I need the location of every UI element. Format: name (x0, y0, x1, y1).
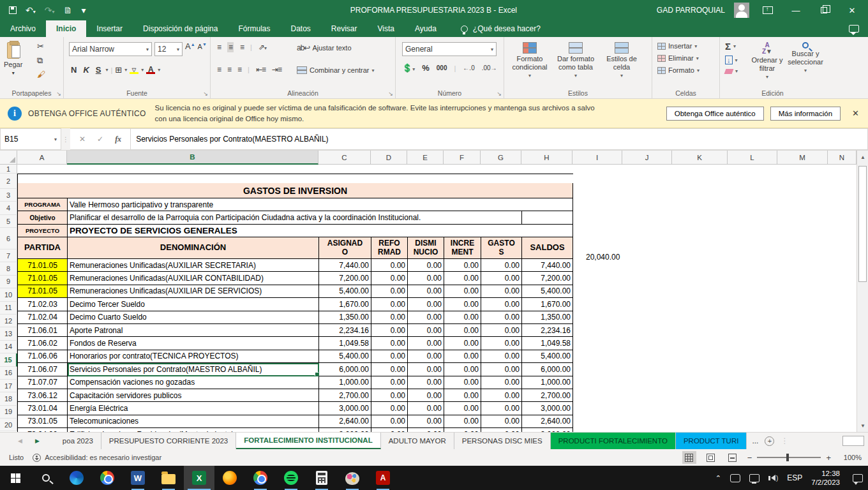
tab-archivo[interactable]: Archivo (0, 20, 46, 37)
cell[interactable]: 0.00 (444, 285, 481, 298)
merge-center-button[interactable]: Combinar y centrar ▾ (297, 66, 375, 74)
cell[interactable]: 1,350.00 (319, 311, 371, 324)
row-header-3[interactable]: 3 (0, 189, 17, 202)
bold-button[interactable]: N (69, 65, 79, 75)
column-header-K[interactable]: K (672, 151, 728, 165)
undo-icon[interactable]: ↶▾ (26, 6, 36, 15)
empty-row-1[interactable] (18, 174, 573, 183)
cancel-entry-icon[interactable]: ✕ (79, 135, 86, 144)
align-center-icon[interactable]: ≡ (227, 65, 231, 74)
cell[interactable]: 1,670.00 (319, 298, 371, 311)
clear-button[interactable]: ▾ (725, 68, 738, 74)
taskbar-chrome-profile-icon[interactable] (245, 466, 276, 490)
cell[interactable]: 0.00 (444, 350, 481, 363)
cell[interactable]: 1,049.58 (319, 337, 371, 350)
align-left-icon[interactable]: ≡ (217, 65, 221, 74)
cell[interactable]: 0.00 (408, 311, 444, 324)
cell[interactable]: 0.00 (371, 363, 408, 376)
align-right-icon[interactable]: ≡ (237, 65, 241, 74)
cell[interactable]: 5,400.00 (522, 285, 573, 298)
insert-function-icon[interactable]: fx (115, 135, 121, 144)
column-header-E[interactable]: E (407, 151, 444, 165)
cell[interactable]: 71.01.05 (18, 259, 68, 272)
row-header-13[interactable]: 13 (0, 327, 17, 340)
cell[interactable]: 0.00 (481, 298, 522, 311)
cell[interactable]: Telecomunicaciones (68, 415, 319, 428)
cell[interactable]: 71.06.02 (18, 337, 68, 350)
cell[interactable]: 1,350.00 (522, 311, 573, 324)
font-color-caret-icon[interactable]: ▾ (158, 67, 160, 73)
cell[interactable]: Honorarios por contrato(TECNICA PROYECTO… (68, 350, 319, 363)
header-reformado[interactable]: REFO RMAD (371, 237, 408, 259)
confirm-entry-icon[interactable]: ✓ (97, 135, 103, 144)
sheet-tab[interactable]: PRODUCT TURI (676, 433, 747, 449)
tell-me-search[interactable]: ¿Qué desea hacer? (461, 20, 541, 37)
sheet-tab[interactable]: poa 2023 (55, 433, 101, 449)
row-header-19[interactable]: 19 (0, 406, 17, 419)
cell[interactable]: 73.01.04 (18, 402, 68, 415)
cell[interactable]: 0.00 (444, 376, 481, 389)
cell[interactable]: 73.06.12 (18, 389, 68, 402)
cell[interactable]: 0.00 (408, 415, 444, 428)
cell[interactable]: Remuneraciones Unificadas(AUXILIAR CONTA… (68, 272, 319, 285)
volume-icon[interactable]: ) (768, 475, 778, 482)
wrap-text-button[interactable]: ab↩ Ajustar texto (297, 43, 352, 52)
accessibility-status[interactable]: Accesibilidad: es necesario investigar (33, 454, 161, 462)
cell[interactable]: 0.00 (371, 298, 408, 311)
cell[interactable]: 5,400.00 (319, 350, 371, 363)
comments-icon[interactable] (849, 25, 859, 33)
grow-font-icon[interactable]: A▲ (185, 42, 195, 56)
keyboard-language[interactable]: ESP (787, 473, 802, 482)
table-title-cell[interactable]: GASTOS DE INVERSION (18, 183, 573, 198)
cell[interactable]: 0.00 (481, 324, 522, 337)
avatar[interactable] (734, 3, 749, 18)
sheet-tabs-overflow[interactable]: ... (752, 436, 758, 445)
cell[interactable]: 0.00 (444, 402, 481, 415)
sheet-tab[interactable]: PRESUPUESTO CORRIENTE 2023 (101, 433, 236, 449)
autosum-button[interactable]: Σ▾ (725, 41, 738, 52)
cell[interactable]: 0.00 (408, 298, 444, 311)
cell[interactable]: 71.02.03 (18, 298, 68, 311)
cell[interactable]: 3,000.00 (522, 402, 573, 415)
cell[interactable]: 0.00 (444, 337, 481, 350)
objetivo-row[interactable]: Objetivo Planificar el desarrollo de la … (18, 211, 573, 225)
decrease-decimal-icon[interactable]: .00→ (482, 65, 497, 71)
programa-row[interactable]: PROGRAMA Valle Hermoso participativo y t… (18, 198, 573, 211)
row-header-12[interactable]: 12 (0, 315, 17, 327)
cell[interactable]: 0.00 (444, 415, 481, 428)
programa-label-cell[interactable]: PROGRAMA (18, 198, 68, 211)
font-dialog-launcher-icon[interactable]: ↘ (203, 91, 208, 97)
objetivo-label-cell[interactable]: Objetivo (18, 211, 68, 225)
cell[interactable]: 0.00 (444, 389, 481, 402)
row-header-7[interactable]: 7 (0, 249, 17, 262)
cut-icon[interactable]: ✂ (37, 42, 45, 50)
cell[interactable]: 2,640.00 (319, 415, 371, 428)
column-header-A[interactable]: A (17, 151, 67, 165)
cell[interactable]: 0.00 (481, 363, 522, 376)
tab-datos[interactable]: Datos (280, 20, 320, 37)
borders-caret-icon[interactable]: ▾ (124, 67, 127, 73)
tray-app-icon[interactable] (730, 474, 740, 482)
tab-inicio[interactable]: Inicio (46, 20, 86, 37)
column-header-F[interactable]: F (444, 151, 481, 165)
increase-decimal-icon[interactable]: ←.0 (463, 65, 474, 71)
borders-icon[interactable]: ⊞ (115, 66, 122, 74)
cell[interactable]: 0.00 (371, 285, 408, 298)
row-header-14[interactable]: 14 (0, 341, 17, 353)
row-header-11[interactable]: 11 (0, 302, 17, 315)
cell[interactable]: 0.00 (444, 259, 481, 272)
row-header-18[interactable]: 18 (0, 392, 17, 405)
cell[interactable]: 71.06.06 (18, 350, 68, 363)
cell[interactable]: Remuneraciones Unificadas(AUXILIAR SECRE… (68, 259, 319, 272)
taskbar-chrome-icon[interactable] (92, 466, 123, 490)
header-disminucion[interactable]: DISMI NUCIO (408, 237, 444, 259)
header-denominacion[interactable]: DENOMINACIÓN (68, 237, 319, 259)
cell[interactable]: 0.00 (408, 376, 444, 389)
comma-style-icon[interactable]: 000 (437, 65, 447, 71)
cell[interactable]: 0.00 (371, 415, 408, 428)
programa-value-cell[interactable]: Valle Hermoso participativo y transparen… (68, 198, 573, 211)
cell[interactable]: 0.00 (408, 324, 444, 337)
table-header-row[interactable]: PARTIDA DENOMINACIÓN ASIGNAD O REFO RMAD… (18, 237, 573, 259)
proyecto-row[interactable]: PROYECTO PROYECTO DE SERVICIOS GENERALES (18, 225, 573, 237)
table-title-row[interactable]: GASTOS DE INVERSION (18, 183, 573, 198)
